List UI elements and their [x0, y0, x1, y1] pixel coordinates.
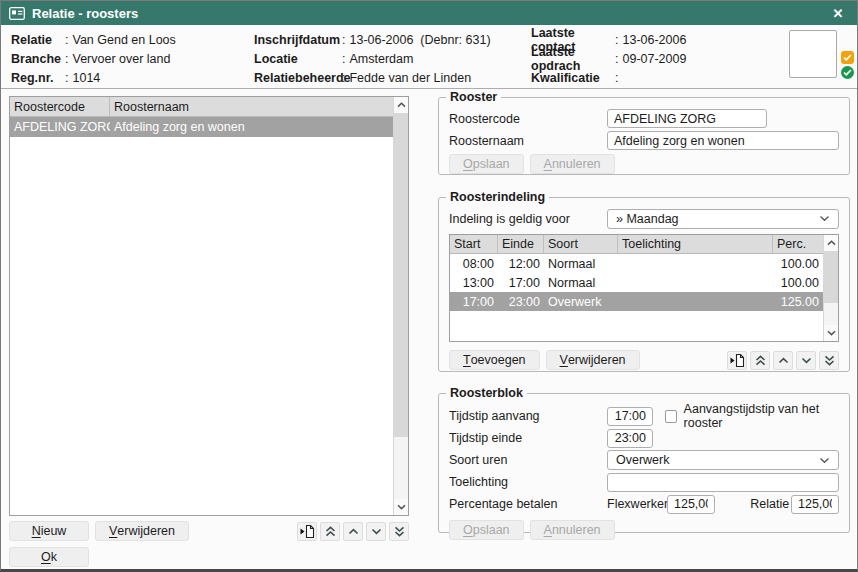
table-row[interactable]: 08:00 12:00 Normaal 100.00	[450, 254, 823, 273]
schedule-buttons: Toevoegen Verwijderen	[449, 350, 839, 370]
roosterblok-annuleren-button[interactable]: Annuleren	[530, 520, 615, 540]
aanvangstijdstip-checkbox-label: Aanvangstijdstip van het rooster	[684, 402, 839, 430]
roostercode-input[interactable]	[607, 109, 767, 128]
list-scrollbar[interactable]	[393, 97, 408, 515]
roosterblok-group: Roosterblok Tijdstip aanvang Aanvangstij…	[438, 393, 850, 533]
move-bottom-icon[interactable]	[819, 351, 839, 370]
separator: :	[611, 33, 622, 47]
move-up-icon[interactable]	[773, 351, 793, 370]
roosternaam-row: Roosternaam	[449, 131, 839, 150]
rooster-annuleren-button[interactable]: Annuleren	[530, 154, 615, 174]
roosterblok-group-title: Roosterblok	[446, 386, 527, 400]
roosterblok-opslaan-button[interactable]: Opslaan	[449, 520, 524, 540]
header-field: Reg.nr.:1014	[11, 68, 176, 87]
roosterblok-buttons: Opslaan Annuleren	[449, 520, 839, 540]
insert-page-icon[interactable]	[297, 522, 317, 541]
separator: :	[61, 71, 72, 85]
scroll-up-icon[interactable]	[394, 97, 408, 113]
schedule-table: Start Einde Soort Toelichting Perc. 08:0…	[449, 234, 839, 342]
tijdstip-aanvang-input[interactable]	[607, 407, 653, 426]
window-title: Relatie - roosters	[32, 6, 820, 21]
green-check-icon	[841, 66, 854, 79]
table-row[interactable]: 17:00 23:00 Overwerk 125.00	[450, 292, 823, 311]
header-field: Locatie:Amsterdam	[254, 49, 491, 68]
relatie-label: Relatie	[750, 497, 791, 511]
move-down-icon[interactable]	[366, 522, 386, 541]
header-field: Kwalificatie:	[531, 68, 686, 87]
rooster-opslaan-button[interactable]: Opslaan	[449, 154, 524, 174]
percentage-row: Percentage betalen Flexwerker Relatie	[449, 494, 839, 514]
header-field: Inschrijfdatum:13-06-2006 (Debnr: 631)	[254, 30, 491, 49]
move-top-icon[interactable]	[750, 351, 770, 370]
ok-button[interactable]: Ok	[9, 547, 89, 567]
roster-list: Roostercode Roosternaam AFDELING ZORG Af…	[9, 96, 409, 516]
scroll-down-icon[interactable]	[394, 499, 408, 515]
scroll-down-icon[interactable]	[824, 325, 838, 341]
move-top-icon[interactable]	[320, 522, 340, 541]
separator: :	[338, 52, 349, 66]
aanvangstijdstip-checkbox[interactable]	[665, 410, 677, 423]
tijdstip-einde-row: Tijdstip einde	[449, 428, 839, 448]
column-header-soort[interactable]: Soort	[544, 235, 618, 253]
verwijderen-button[interactable]: Verwijderen	[95, 521, 189, 541]
scroll-thumb[interactable]	[394, 113, 408, 437]
photo-placeholder	[789, 30, 837, 78]
chevron-down-icon	[819, 215, 830, 222]
rooster-group-title: Rooster	[446, 90, 501, 104]
verwijderen-row-button[interactable]: Verwijderen	[546, 350, 640, 370]
table-scrollbar[interactable]	[823, 235, 838, 341]
title-bar: Relatie - roosters ✕	[1, 1, 857, 25]
table-row[interactable]: 13:00 17:00 Normaal 100.00	[450, 273, 823, 292]
column-header-start[interactable]: Start	[450, 235, 498, 253]
orange-check-icon	[841, 51, 854, 64]
schedule-table-body: Start Einde Soort Toelichting Perc. 08:0…	[450, 235, 823, 341]
nieuw-button[interactable]: Nieuw	[9, 521, 89, 541]
header-column-1: Relatie:Van Gend en Loos Branche:Vervoer…	[11, 30, 176, 87]
toelichting-label: Toelichting	[449, 475, 607, 489]
flexwerker-label: Flexwerker	[607, 497, 667, 511]
relatie-input[interactable]	[791, 495, 839, 514]
separator: :	[61, 33, 72, 47]
roosternaam-input[interactable]	[607, 131, 839, 150]
header-field: Relatiebeheerde:Fedde van der Linden	[254, 68, 491, 87]
toelichting-input[interactable]	[607, 473, 839, 492]
roosternaam-label: Roosternaam	[449, 134, 607, 148]
column-header-perc[interactable]: Perc.	[773, 235, 823, 253]
scroll-track[interactable]	[394, 113, 408, 499]
move-bottom-icon[interactable]	[389, 522, 409, 541]
insert-page-icon[interactable]	[727, 351, 747, 370]
chevron-down-icon	[819, 457, 830, 464]
flexwerker-input[interactable]	[667, 495, 715, 514]
list-actions: Nieuw Verwijderen	[9, 521, 409, 541]
separator: :	[611, 52, 622, 66]
column-header-roosternaam[interactable]: Roosternaam	[110, 97, 393, 116]
move-up-icon[interactable]	[343, 522, 363, 541]
column-header-roostercode[interactable]: Roostercode	[10, 97, 110, 116]
rooster-group: Rooster Roostercode Roosternaam Opslaan …	[438, 97, 850, 175]
separator: :	[61, 52, 72, 66]
geldig-voor-select[interactable]: » Maandag	[607, 209, 839, 229]
tijdstip-einde-label: Tijdstip einde	[449, 431, 607, 445]
soort-uren-row: Soort uren Overwerk	[449, 450, 839, 470]
scroll-thumb[interactable]	[824, 251, 838, 303]
soort-uren-label: Soort uren	[449, 453, 607, 467]
close-icon[interactable]: ✕	[827, 6, 849, 21]
relation-card-icon	[9, 7, 25, 20]
toevoegen-button[interactable]: Toevoegen	[449, 350, 540, 370]
rooster-buttons: Opslaan Annuleren	[449, 154, 839, 174]
header-field: Relatie:Van Gend en Loos	[11, 30, 176, 49]
tijdstip-einde-input[interactable]	[607, 429, 653, 448]
column-header-toelichting[interactable]: Toelichting	[618, 235, 773, 253]
geldig-voor-row: Indeling is geldig voor » Maandag	[449, 209, 839, 228]
separator: :	[338, 71, 349, 85]
separator: :	[338, 33, 349, 47]
separator: :	[611, 71, 622, 85]
schedule-table-header: Start Einde Soort Toelichting Perc.	[450, 235, 823, 254]
move-down-icon[interactable]	[796, 351, 816, 370]
list-item[interactable]: AFDELING ZORG Afdeling zorg en wonen	[10, 117, 393, 137]
scroll-track[interactable]	[824, 251, 838, 325]
soort-uren-select[interactable]: Overwerk	[607, 450, 839, 470]
column-header-einde[interactable]: Einde	[498, 235, 544, 253]
tijdstip-aanvang-label: Tijdstip aanvang	[449, 409, 607, 423]
scroll-up-icon[interactable]	[824, 235, 838, 251]
